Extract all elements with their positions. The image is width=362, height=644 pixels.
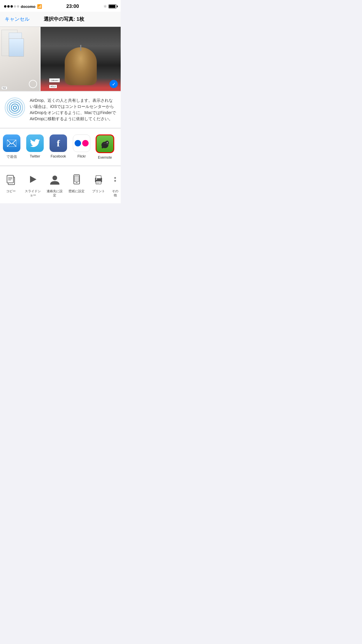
svg-rect-10 xyxy=(7,175,13,183)
slideshow-svg xyxy=(27,174,39,185)
action-item-copy[interactable]: コピー xyxy=(0,171,22,199)
evernote-icon xyxy=(96,134,114,153)
navigation-bar: キャンセル 選択中の写真: 1枚 xyxy=(0,12,121,27)
signal-dot-2 xyxy=(7,5,10,8)
svg-rect-18 xyxy=(76,182,78,183)
contact-label: 連絡先に設定 xyxy=(46,189,63,197)
share-item-facebook[interactable]: f Facebook xyxy=(47,133,70,161)
signal-dot-5 xyxy=(17,5,19,8)
action-item-slideshow[interactable]: スライドショー xyxy=(22,171,44,199)
carrier-label: docomo xyxy=(21,4,36,9)
print-icon xyxy=(91,172,106,187)
copy-icon xyxy=(4,172,18,187)
mail-icon xyxy=(3,134,20,152)
mail-label: で送信 xyxy=(6,154,17,159)
more2-dot-1 xyxy=(114,177,116,179)
wallpaper-svg xyxy=(71,174,82,185)
status-right: ✱ xyxy=(103,4,117,9)
signal-dots xyxy=(4,5,19,8)
twitter-label: Twitter xyxy=(30,154,40,158)
wallpaper-icon xyxy=(69,172,84,187)
svg-point-24 xyxy=(96,178,97,180)
share-item-mail[interactable]: で送信 xyxy=(0,133,23,161)
twitter-icon xyxy=(26,134,44,152)
photo-2-selection-check[interactable]: ✓ xyxy=(110,80,118,88)
bluetooth-icon: ✱ xyxy=(103,4,107,9)
photo-cell-1[interactable]: 512 xyxy=(0,27,40,91)
flickr-dots xyxy=(75,140,89,146)
svg-rect-17 xyxy=(74,176,79,182)
action-item-print[interactable]: プリント xyxy=(87,171,109,199)
airdrop-rings xyxy=(5,97,25,118)
share-item-twitter[interactable]: Twitter xyxy=(23,133,47,161)
facebook-f-letter: f xyxy=(57,138,60,149)
share-item-evernote[interactable]: Evernote xyxy=(93,133,117,161)
price-value: ¥512 xyxy=(49,85,57,88)
battery-fill xyxy=(109,5,115,8)
copy-label: コピー xyxy=(6,189,16,193)
airdrop-description: AirDrop。近くの人と共有します。表示されない場合は、iOSではコントロール… xyxy=(30,97,116,122)
status-bar: docomo 📶 23:00 ✱ xyxy=(0,0,121,12)
svg-line-2 xyxy=(13,143,16,147)
wallpaper-label: 壁紙に設定 xyxy=(68,189,85,193)
evernote-svg xyxy=(100,139,110,149)
more2-dot-2 xyxy=(114,180,116,182)
copy-svg xyxy=(5,174,17,185)
contact-svg xyxy=(49,174,61,185)
svg-point-15 xyxy=(52,176,57,180)
signal-dot-4 xyxy=(14,5,16,8)
action-item-contact[interactable]: 連絡先に設定 xyxy=(44,171,66,199)
action-item-wallpaper[interactable]: 壁紙に設定 xyxy=(66,171,87,199)
slideshow-icon xyxy=(26,172,40,187)
share-row: で送信 Twitter f Facebook Flickr xyxy=(0,128,121,166)
more-icon xyxy=(120,134,121,152)
contact-icon xyxy=(48,172,62,187)
evernote-label: Evernote xyxy=(98,155,112,160)
print-label: プリント xyxy=(92,189,105,193)
slideshow-label: スライドショー xyxy=(24,189,41,197)
flickr-dot-pink xyxy=(82,140,89,146)
status-time: 23:00 xyxy=(66,4,79,9)
action-item-more2[interactable]: その他 xyxy=(109,171,121,199)
battery-indicator xyxy=(108,4,117,8)
status-left: docomo 📶 xyxy=(4,4,42,9)
share-item-flickr[interactable]: Flickr xyxy=(70,133,93,161)
facebook-icon: f xyxy=(50,134,67,152)
flickr-icon xyxy=(73,134,90,152)
page-title: 選択中の写真: 1枚 xyxy=(44,16,84,22)
price-label: Lákven xyxy=(49,78,60,82)
signal-dot-1 xyxy=(4,5,6,8)
svg-point-8 xyxy=(107,142,108,143)
photo-grid: 512 Lákven ¥512 ✓ xyxy=(0,27,121,91)
facebook-label: Facebook xyxy=(51,154,66,158)
action-row: コピー スライドショー 連絡先に設定 壁紙に設定 xyxy=(0,166,121,203)
photo-cell-2[interactable]: Lákven ¥512 ✓ xyxy=(41,27,121,91)
svg-rect-20 xyxy=(96,176,101,178)
share-item-more[interactable]: その他 xyxy=(117,133,121,161)
print-svg xyxy=(93,174,104,185)
cancel-button[interactable]: キャンセル xyxy=(5,16,29,22)
airdrop-section: AirDrop。近くの人と共有します。表示されない場合は、iOSではコントロール… xyxy=(0,91,121,128)
lamp-shape xyxy=(65,47,97,85)
twitter-svg xyxy=(30,139,40,147)
airdrop-icon xyxy=(5,97,25,118)
more2-icon xyxy=(108,172,121,187)
more2-dots xyxy=(114,177,116,182)
wifi-icon: 📶 xyxy=(37,4,42,9)
flickr-label: Flickr xyxy=(78,154,86,158)
svg-line-1 xyxy=(7,143,10,147)
more2-label: その他 xyxy=(112,189,119,197)
signal-dot-3 xyxy=(10,5,13,8)
svg-marker-14 xyxy=(30,176,36,183)
svg-rect-21 xyxy=(96,181,101,184)
mail-svg xyxy=(7,140,16,147)
flickr-dot-blue xyxy=(75,140,81,146)
airdrop-ring-5 xyxy=(13,106,17,110)
